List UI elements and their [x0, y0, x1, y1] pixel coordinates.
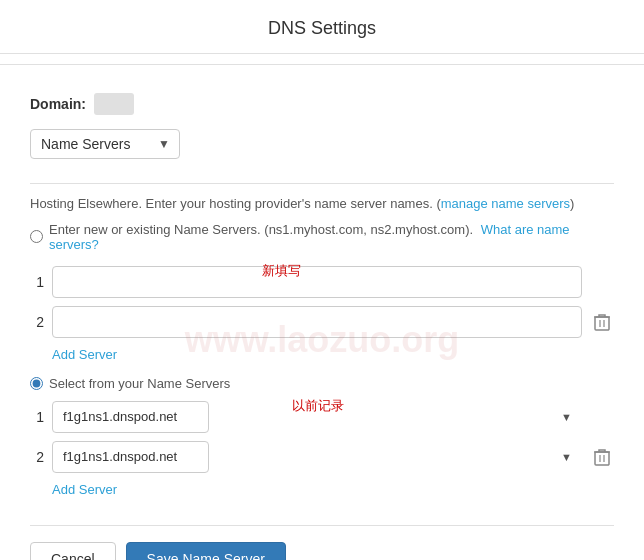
- hosting-info: Hosting Elsewhere. Enter your hosting pr…: [30, 194, 614, 214]
- cancel-button[interactable]: Cancel: [30, 542, 116, 561]
- manage-name-servers-link[interactable]: manage name servers: [441, 196, 570, 211]
- name-servers-dropdown[interactable]: Name Servers DNS Records ▼: [30, 129, 180, 159]
- existing-ns-row-2: 2 f1g1ns1.dnspod.net ▼: [30, 441, 614, 473]
- enter-name-servers-radio-row: Enter new or existing Name Servers. (ns1…: [30, 222, 614, 252]
- what-are-name-servers-link[interactable]: What are name servers?: [49, 222, 570, 252]
- existing-ns-select-1[interactable]: f1g1ns1.dnspod.net: [52, 401, 209, 433]
- select-name-servers-radio[interactable]: [30, 377, 43, 390]
- delete-existing-ns-2-icon[interactable]: [590, 445, 614, 469]
- existing-row-num-1: 1: [30, 409, 44, 425]
- new-ns-input-1[interactable]: [52, 266, 582, 298]
- select-name-servers-label: Select from your Name Servers: [49, 376, 230, 391]
- existing-ns-2-arrow-icon: ▼: [561, 451, 572, 463]
- page-title: DNS Settings: [0, 0, 644, 54]
- enter-name-servers-label: Enter new or existing Name Servers. (ns1…: [49, 222, 614, 252]
- add-server-link-1[interactable]: Add Server: [52, 347, 117, 362]
- domain-label: Domain:: [30, 96, 86, 112]
- new-ns-input-2[interactable]: [52, 306, 582, 338]
- existing-ns-select-2[interactable]: f1g1ns1.dnspod.net: [52, 441, 209, 473]
- row-num-2: 2: [30, 314, 44, 330]
- row-num-1: 1: [30, 274, 44, 290]
- existing-row-num-2: 2: [30, 449, 44, 465]
- domain-value: [94, 93, 134, 115]
- new-ns-row-2: 2: [30, 306, 614, 338]
- footer-buttons: Cancel Save Name Server: [30, 542, 614, 561]
- delete-new-ns-2-icon[interactable]: [590, 310, 614, 334]
- svg-rect-4: [595, 452, 609, 465]
- save-name-server-button[interactable]: Save Name Server: [126, 542, 286, 561]
- enter-name-servers-radio[interactable]: [30, 230, 43, 243]
- add-server-link-2[interactable]: Add Server: [52, 482, 117, 497]
- existing-ns-1-arrow-icon: ▼: [561, 411, 572, 423]
- select-name-servers-radio-row: Select from your Name Servers: [30, 376, 614, 391]
- new-ns-row-1: 1: [30, 266, 614, 298]
- svg-rect-0: [595, 317, 609, 330]
- existing-ns-row-1: 1 f1g1ns1.dnspod.net ▼: [30, 401, 614, 433]
- name-servers-select[interactable]: Name Servers DNS Records: [30, 129, 180, 159]
